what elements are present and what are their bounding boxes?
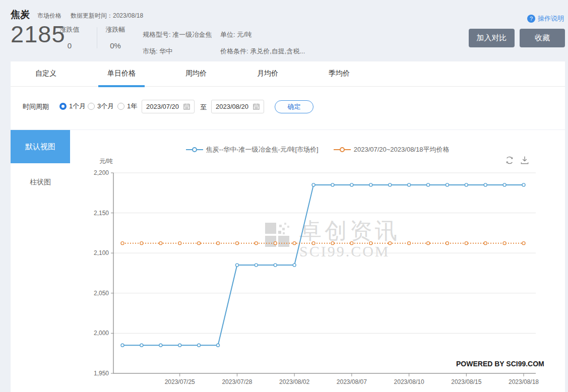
radio-1year[interactable]: 1年	[117, 102, 137, 111]
spec-model: 规格型号: 准一级冶金焦	[143, 26, 212, 43]
svg-text:2023/07/28: 2023/07/28	[222, 378, 252, 385]
spec-info: 规格型号: 准一级冶金焦 市场: 华中	[143, 26, 212, 59]
divider	[97, 27, 97, 48]
change-value: 0	[55, 41, 84, 50]
to-label: 至	[200, 103, 207, 112]
svg-text:2,000: 2,000	[94, 330, 109, 337]
change-pct: 0%	[101, 41, 130, 50]
change-pct-block: 涨跌幅 0%	[101, 25, 130, 50]
price-condition: 价格条件: 承兑价,自提,含税...	[220, 43, 305, 59]
view-default-button[interactable]: 默认视图	[11, 130, 70, 163]
line-circle-marker-icon	[186, 147, 203, 152]
svg-text:2023/08/15: 2023/08/15	[451, 378, 481, 385]
svg-text:2023/08/18: 2023/08/18	[509, 378, 539, 385]
confirm-button[interactable]: 确定	[275, 100, 313, 113]
legend-label: 2023/07/20~2023/08/18平均价格	[354, 145, 450, 154]
help-label: 操作说明	[538, 14, 564, 23]
radio-3month[interactable]: 3个月	[88, 102, 114, 111]
svg-text:2,100: 2,100	[94, 249, 109, 256]
radio-icon	[88, 103, 95, 110]
legend-item-average[interactable]: 2023/07/20~2023/08/18平均价格	[334, 145, 450, 154]
svg-text:2023/08/02: 2023/08/02	[279, 378, 309, 385]
powered-by-text: POWERED BY SCI99.COM	[456, 360, 544, 368]
calendar-icon	[253, 103, 260, 110]
update-time-label: 数据更新时间：	[71, 12, 113, 19]
refresh-icon[interactable]	[504, 155, 515, 165]
view-bar-chart-button[interactable]: 柱状图	[11, 178, 70, 187]
data-update-time: 数据更新时间：2023/08/18	[71, 12, 143, 20]
date-from-input[interactable]: 2023/07/20	[142, 100, 195, 113]
svg-text:2023/08/10: 2023/08/10	[394, 378, 424, 385]
date-to-input[interactable]: 2023/08/20	[211, 100, 264, 113]
page-title: 焦炭	[11, 8, 30, 21]
chart-toolbar	[504, 155, 530, 165]
change-value-block: 涨跌值 0	[55, 25, 84, 50]
unit-info: 单位: 元/吨 价格条件: 承兑价,自提,含税...	[220, 26, 305, 59]
market-region: 市场: 华中	[143, 43, 212, 59]
price-unit: 单位: 元/吨	[220, 26, 305, 43]
change-pct-label: 涨跌幅	[101, 25, 130, 34]
legend-item-series[interactable]: 焦炭--华中-准一级冶金焦-元/吨[市场价]	[186, 145, 319, 154]
question-icon: ?	[527, 15, 535, 23]
chart-legend: 焦炭--华中-准一级冶金焦-元/吨[市场价] 2023/07/20~2023/0…	[70, 145, 565, 154]
radio-icon	[59, 103, 67, 110]
radio-label: 1个月	[69, 102, 86, 111]
change-value-label: 涨跌值	[55, 25, 84, 34]
favorite-button[interactable]: 收藏	[520, 29, 565, 47]
tab-daily-price[interactable]: 单日价格	[107, 69, 136, 78]
date-from-value: 2023/07/20	[146, 103, 179, 110]
tab-monthly-avg[interactable]: 月均价	[257, 69, 278, 78]
period-label: 时间周期	[23, 102, 49, 111]
tab-weekly-avg[interactable]: 周均价	[185, 69, 207, 78]
update-time-value: 2023/08/18	[113, 12, 143, 19]
legend-label: 焦炭--华中-准一级冶金焦-元/吨[市场价]	[206, 145, 319, 154]
svg-text:2023/08/07: 2023/08/07	[337, 378, 367, 385]
radio-label: 1年	[127, 102, 137, 111]
page-edge	[565, 0, 568, 392]
radio-icon	[117, 103, 124, 110]
date-to-value: 2023/08/20	[216, 103, 248, 110]
svg-text:1,950: 1,950	[94, 370, 109, 377]
svg-text:2,050: 2,050	[94, 290, 109, 297]
tab-bar: 自定义 单日价格 周均价 月均价 季均价	[11, 61, 565, 87]
radio-label: 3个月	[97, 102, 114, 111]
download-icon[interactable]	[520, 155, 530, 165]
calendar-icon	[183, 103, 190, 110]
svg-text:2023/07/25: 2023/07/25	[165, 378, 195, 385]
add-compare-button[interactable]: 加入对比	[469, 29, 515, 47]
tabs-filter-card: 自定义 单日价格 周均价 月均价 季均价 时间周期 1个月 3个月 1年 202…	[11, 61, 565, 129]
help-link[interactable]: ? 操作说明	[527, 14, 564, 23]
filter-row: 时间周期 1个月 3个月 1年 2023/07/20 至 2023/08/20 …	[11, 87, 565, 129]
market-price-label: 市场价格	[37, 12, 61, 20]
chart-card: 默认视图 柱状图 焦炭--华中-准一级冶金焦-元/吨[市场价] 2023/07/…	[11, 130, 565, 392]
svg-text:2,150: 2,150	[94, 210, 109, 217]
y-axis-unit-label: 元/吨	[99, 157, 113, 166]
radio-1month[interactable]: 1个月	[59, 102, 86, 111]
price-line-chart[interactable]: 1,9502,0002,0502,1002,1502,2002023/07/25…	[70, 166, 568, 392]
tab-custom[interactable]: 自定义	[35, 69, 56, 78]
line-circle-marker-icon	[334, 147, 351, 152]
svg-text:2,200: 2,200	[94, 169, 109, 176]
tab-quarterly-avg[interactable]: 季均价	[329, 69, 350, 78]
